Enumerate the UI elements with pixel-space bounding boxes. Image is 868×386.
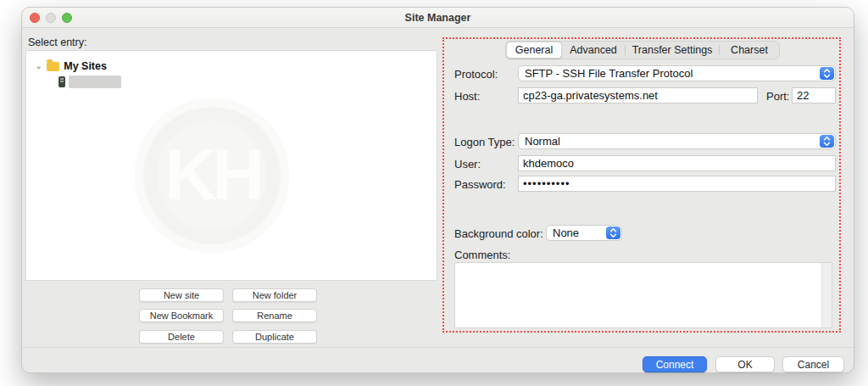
cancel-button[interactable]: Cancel (782, 356, 844, 372)
select-entry-label: Select entry: (28, 36, 86, 48)
protocol-select[interactable]: SFTP - SSH File Transfer Protocol (518, 65, 836, 81)
port-input[interactable] (792, 87, 836, 103)
stepper-updown-icon (820, 135, 834, 148)
background-color-label: Background color: (454, 227, 543, 240)
footer-divider (22, 347, 854, 348)
tree-root-label: My Sites (64, 60, 107, 72)
comments-label: Comments: (454, 249, 510, 261)
port-label: Port: (766, 90, 789, 103)
stepper-updown-icon (820, 67, 834, 80)
user-label: User: (454, 158, 481, 171)
logon-type-value: Normal (525, 135, 560, 148)
logon-type-label: Logon Type: (454, 136, 515, 148)
protocol-label: Protocol: (454, 68, 498, 81)
stepper-updown-icon (606, 227, 620, 239)
screenshot-root: Site Manager Select entry: KH ⌄ My Sites… (0, 0, 868, 386)
site-manager-window: Site Manager Select entry: KH ⌄ My Sites… (21, 7, 854, 373)
site-tree[interactable]: KH ⌄ My Sites (25, 50, 437, 281)
comments-scrollbar[interactable] (821, 263, 832, 327)
disclosure-chevron-icon[interactable]: ⌄ (35, 60, 42, 71)
tab-charset[interactable]: Charset (720, 42, 779, 59)
connect-button[interactable]: Connect (643, 356, 707, 372)
protocol-value: SFTP - SSH File Transfer Protocol (525, 67, 693, 80)
title-bar: Site Manager (22, 8, 854, 28)
logon-type-select[interactable]: Normal (518, 133, 836, 149)
background-color-select[interactable]: None (546, 225, 622, 241)
new-site-button[interactable]: New site (139, 288, 224, 302)
background-color-value: None (553, 227, 579, 239)
tab-transfer-settings[interactable]: Transfer Settings (626, 42, 719, 59)
user-input[interactable] (518, 155, 836, 171)
tree-item-my-sites[interactable]: ⌄ My Sites (35, 60, 107, 72)
tree-item-site[interactable] (58, 76, 121, 88)
password-input[interactable] (518, 176, 836, 192)
tab-advanced[interactable]: Advanced (562, 42, 625, 59)
site-name-redacted (69, 76, 121, 88)
duplicate-button[interactable]: Duplicate (232, 330, 317, 344)
comments-textarea[interactable] (455, 263, 832, 327)
host-input[interactable] (518, 87, 758, 103)
password-label: Password: (454, 178, 506, 191)
window-title: Site Manager (22, 8, 854, 28)
delete-button[interactable]: Delete (139, 330, 224, 344)
tab-general[interactable]: General (506, 42, 562, 59)
comments-box (454, 262, 832, 328)
new-folder-button[interactable]: New folder (232, 288, 317, 302)
rename-button[interactable]: Rename (232, 309, 317, 322)
new-bookmark-button[interactable]: New Bookmark (139, 309, 224, 322)
ok-button[interactable]: OK (715, 356, 775, 372)
knownhost-watermark-logo: KH (135, 98, 289, 253)
settings-tabstrip: General Advanced Transfer Settings Chars… (505, 41, 780, 59)
host-label: Host: (454, 90, 480, 103)
folder-icon (47, 62, 59, 71)
server-icon (58, 76, 65, 87)
